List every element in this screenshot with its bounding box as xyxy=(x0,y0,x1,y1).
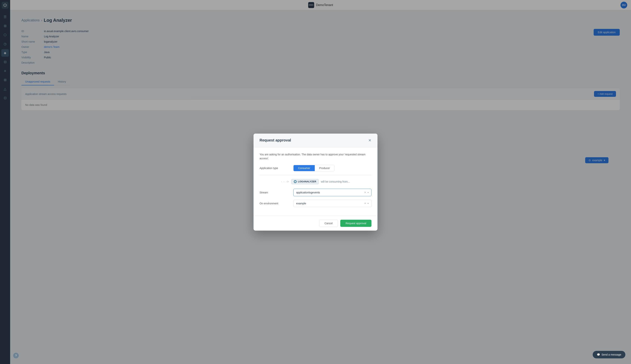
stream-chevron-icon[interactable]: ▾ xyxy=(368,191,369,194)
modal-overlay: Request approval ✕ You are asking for an… xyxy=(0,0,631,364)
environment-chevron-icon[interactable]: ▾ xyxy=(368,202,369,205)
flow-dots: - - -> xyxy=(281,180,289,183)
app-type-toggle: Consumer Producer xyxy=(293,165,335,171)
application-type-row: Application type Consumer Producer xyxy=(259,165,372,171)
flow-app-icon xyxy=(294,180,297,183)
modal-close-button[interactable]: ✕ xyxy=(368,138,372,142)
flow-indicator: - - -> LOGANALYZER will be consuming fro… xyxy=(259,179,372,184)
modal-header: Request approval ✕ xyxy=(253,134,378,147)
send-message-button[interactable]: 💬 Send a message xyxy=(593,351,625,358)
modal-title: Request approval xyxy=(259,138,291,142)
request-approval-modal: Request approval ✕ You are asking for an… xyxy=(253,134,378,230)
environment-select-value: example xyxy=(296,202,364,205)
help-button[interactable]: ? xyxy=(13,353,19,358)
environment-clear-icon[interactable]: × xyxy=(364,202,366,205)
flow-app-badge: LOGANALYZER xyxy=(291,179,319,184)
app-type-label: Application type xyxy=(259,166,293,170)
stream-select[interactable]: applicationlogevents × ▾ xyxy=(293,189,372,196)
modal-body: You are asking for an authorisation. The… xyxy=(253,147,378,216)
modal-footer: Cancel Request approval xyxy=(253,216,378,230)
environment-label: On environment xyxy=(259,202,293,205)
environment-field-row: On environment example × ▾ xyxy=(259,200,372,207)
flow-app-name: LOGANALYZER xyxy=(298,180,316,183)
chat-label: Send a message xyxy=(601,353,621,356)
environment-select-controls: × ▾ xyxy=(364,202,369,205)
stream-label: Stream xyxy=(259,191,293,194)
stream-select-controls: × ▾ xyxy=(364,191,369,194)
request-approval-button[interactable]: Request approval xyxy=(340,220,372,227)
stream-field-row: Stream applicationlogevents × ▾ xyxy=(259,189,372,196)
chat-icon: 💬 xyxy=(597,353,600,356)
cancel-button[interactable]: Cancel xyxy=(319,220,338,227)
environment-select[interactable]: example × ▾ xyxy=(293,200,372,207)
consumer-toggle[interactable]: Consumer xyxy=(293,165,315,171)
producer-toggle[interactable]: Producer xyxy=(315,165,335,171)
stream-select-value: applicationlogevents xyxy=(296,191,364,194)
modal-info-text: You are asking for an authorisation. The… xyxy=(259,152,372,160)
stream-clear-icon[interactable]: × xyxy=(364,191,366,194)
modal-divider xyxy=(259,175,372,175)
flow-text: will be consuming from... xyxy=(321,180,350,183)
